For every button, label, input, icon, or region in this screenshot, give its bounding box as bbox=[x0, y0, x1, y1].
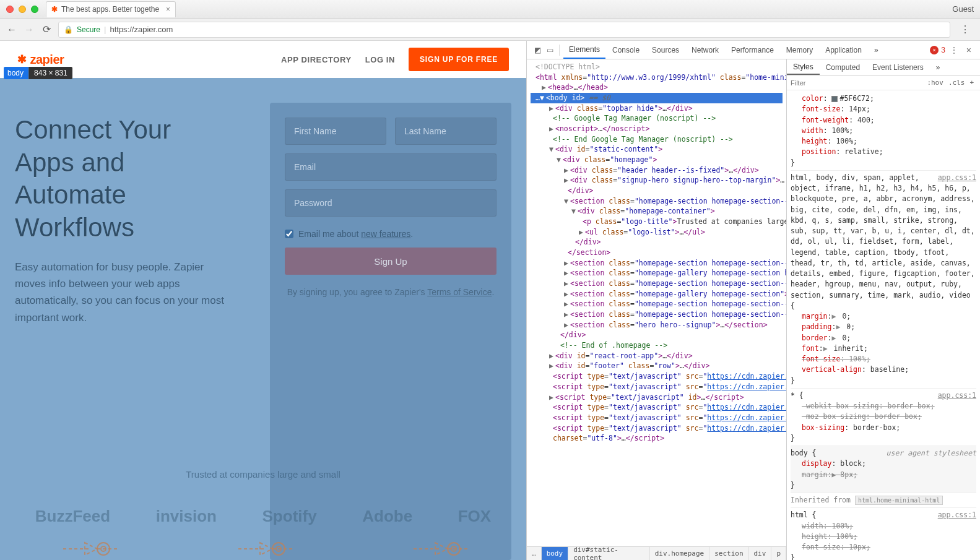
inspect-dimension-tooltip: body 843 × 831 bbox=[4, 67, 72, 79]
crumb[interactable]: div bbox=[749, 547, 772, 560]
devtools-settings-icon[interactable]: ⋮ bbox=[947, 46, 961, 54]
device-toggle-icon[interactable]: ▭ bbox=[544, 46, 555, 54]
logo-adobe: Adobe bbox=[362, 507, 412, 526]
signup-card: Email me about new features. Sign Up By … bbox=[270, 103, 511, 560]
company-logos: BuzzFeed invision Spotify Adobe FOX bbox=[0, 507, 526, 526]
address-bar[interactable]: 🔒 Secure | https://zapier.com bbox=[58, 22, 950, 38]
add-rule-icon[interactable]: + bbox=[967, 79, 976, 87]
tab-computed[interactable]: Computed bbox=[820, 59, 866, 75]
tab-sources[interactable]: Sources bbox=[646, 41, 685, 59]
hero-section: Connect Your Apps and Automate Workflows… bbox=[0, 78, 526, 560]
minimize-window-button[interactable] bbox=[19, 6, 26, 13]
devtools-tabbar: ◩ ▭ Elements Console Sources Network Per… bbox=[527, 41, 980, 59]
hov-toggle[interactable]: :hov bbox=[924, 79, 946, 87]
dom-tree[interactable]: <!DOCTYPE html> <html xmlns="http://www.… bbox=[527, 59, 786, 546]
rocket-icon bbox=[226, 533, 300, 560]
nav-signup-button[interactable]: SIGN UP FOR FREE bbox=[409, 48, 509, 71]
dom-panel: <!DOCTYPE html> <html xmlns="http://www.… bbox=[527, 59, 787, 560]
signup-submit-button[interactable]: Sign Up bbox=[285, 248, 497, 275]
tooltip-dimensions: 843 × 831 bbox=[28, 67, 72, 79]
lock-icon: 🔒 bbox=[64, 25, 73, 34]
tab-network[interactable]: Network bbox=[686, 41, 724, 59]
browser-menu-icon[interactable]: ⋮ bbox=[956, 24, 974, 35]
crumb-body[interactable]: body bbox=[542, 547, 569, 560]
tab-application[interactable]: Application bbox=[820, 41, 867, 59]
site-nav: APP DIRECTORY LOG IN SIGN UP FOR FREE bbox=[281, 48, 509, 71]
secure-label: Secure bbox=[77, 25, 100, 34]
nav-app-directory[interactable]: APP DIRECTORY bbox=[281, 55, 352, 64]
email-input[interactable] bbox=[285, 153, 497, 181]
crumb[interactable]: div.homepage bbox=[650, 547, 709, 560]
rocket-icon bbox=[51, 533, 125, 560]
inspect-element-icon[interactable]: ◩ bbox=[532, 46, 543, 54]
styles-filter-bar: :hov .cls + bbox=[787, 75, 980, 90]
tab-memory[interactable]: Memory bbox=[781, 41, 818, 59]
styles-tabbar: Styles Computed Event Listeners » bbox=[787, 59, 980, 75]
last-name-input[interactable] bbox=[395, 118, 497, 145]
nav-login[interactable]: LOG IN bbox=[365, 55, 395, 64]
devtools-panel: ◩ ▭ Elements Console Sources Network Per… bbox=[526, 41, 980, 560]
rocket-decorations bbox=[0, 533, 526, 560]
tab-event-listeners[interactable]: Event Listeners bbox=[866, 59, 930, 75]
tooltip-element-tag: body bbox=[4, 67, 28, 79]
maximize-window-button[interactable] bbox=[31, 6, 38, 13]
logo-spotify: Spotify bbox=[262, 507, 317, 526]
site-header: ✱ zapier APP DIRECTORY LOG IN SIGN UP FO… bbox=[0, 41, 526, 78]
styles-tabs-more-icon[interactable]: » bbox=[930, 59, 947, 75]
trusted-heading: Trusted at companies large and small bbox=[0, 469, 526, 480]
page-viewport: ✱ zapier APP DIRECTORY LOG IN SIGN UP FO… bbox=[0, 41, 526, 560]
logo-invision: invision bbox=[156, 507, 217, 526]
browser-tab[interactable]: ✱ The best apps. Better togethe × bbox=[46, 1, 176, 17]
tos-link[interactable]: Terms of Service bbox=[427, 287, 492, 297]
first-name-input[interactable] bbox=[285, 118, 386, 145]
error-badge-icon[interactable]: × bbox=[930, 46, 939, 54]
crumb[interactable]: section bbox=[709, 547, 748, 560]
traffic-lights bbox=[6, 6, 38, 13]
close-window-button[interactable] bbox=[6, 6, 14, 13]
password-input[interactable] bbox=[285, 189, 497, 217]
reload-button[interactable]: ⟳ bbox=[41, 24, 52, 35]
forward-button: → bbox=[24, 24, 35, 35]
browser-toolbar: ← → ⟳ 🔒 Secure | https://zapier.com ⋮ bbox=[0, 19, 980, 41]
dom-breadcrumbs[interactable]: … body div#static-content div.homepage s… bbox=[527, 546, 786, 560]
tabs-more-icon[interactable]: » bbox=[869, 41, 884, 59]
zapier-logo[interactable]: ✱ zapier bbox=[17, 53, 64, 67]
tab-styles[interactable]: Styles bbox=[787, 59, 820, 75]
address-url: https://zapier.com bbox=[110, 25, 173, 34]
hero-title: Connect Your Apps and Automate Workflows bbox=[15, 114, 233, 244]
logo-asterisk-icon: ✱ bbox=[17, 53, 27, 66]
profile-label[interactable]: Guest bbox=[952, 4, 974, 14]
tab-close-icon[interactable]: × bbox=[166, 5, 170, 14]
logo-fox: FOX bbox=[458, 507, 491, 526]
hero-subtitle: Easy automation for busy people. Zapier … bbox=[15, 259, 233, 326]
favicon-icon: ✱ bbox=[51, 5, 58, 14]
back-button[interactable]: ← bbox=[6, 24, 17, 35]
rocket-icon bbox=[401, 533, 475, 560]
styles-panel: Styles Computed Event Listeners » :hov .… bbox=[787, 59, 980, 560]
terms-text: By signing up, you agree to Zapier's Ter… bbox=[285, 286, 497, 299]
devtools-close-icon[interactable]: × bbox=[963, 45, 975, 55]
tab-title: The best apps. Better togethe bbox=[61, 5, 159, 14]
email-me-checkbox[interactable] bbox=[285, 230, 293, 238]
tab-elements[interactable]: Elements bbox=[563, 41, 605, 59]
tab-performance[interactable]: Performance bbox=[726, 41, 779, 59]
styles-rules[interactable]: color: #5F6C72; font-size: 14px; font-we… bbox=[787, 90, 980, 560]
cls-toggle[interactable]: .cls bbox=[946, 79, 968, 87]
logo-buzzfeed: BuzzFeed bbox=[35, 507, 110, 526]
new-features-link[interactable]: new features bbox=[361, 229, 410, 239]
window-titlebar: ✱ The best apps. Better togethe × Guest bbox=[0, 0, 980, 19]
tab-console[interactable]: Console bbox=[607, 41, 645, 59]
error-count[interactable]: 3 bbox=[941, 46, 945, 54]
crumb[interactable]: p bbox=[771, 547, 786, 560]
styles-filter-input[interactable] bbox=[791, 79, 924, 87]
crumb[interactable]: div#static-content bbox=[568, 547, 650, 560]
